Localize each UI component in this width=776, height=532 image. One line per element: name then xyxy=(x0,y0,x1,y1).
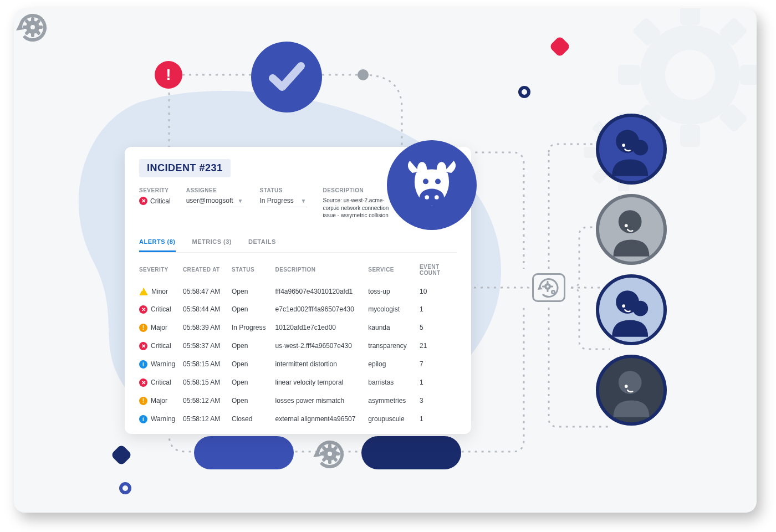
table-row[interactable]: iWarning05:58:12 AMClosedexternal alignm… xyxy=(139,410,457,428)
table-row[interactable]: iWarning05:58:15 AMOpenintermittent dist… xyxy=(139,355,457,374)
cell-created: 05:58:15 AM xyxy=(183,355,232,374)
accent-ring-navy xyxy=(518,86,530,98)
svg-rect-48 xyxy=(542,286,545,288)
svg-point-40 xyxy=(622,304,625,308)
gear-reload-icon xyxy=(14,8,52,46)
gear-reload-bottom-icon xyxy=(311,435,349,473)
svg-point-32 xyxy=(30,25,35,29)
cell-description: fff4a96507e43010120afd1 xyxy=(275,283,369,300)
critical-icon: ✕ xyxy=(139,197,147,205)
table-row[interactable]: !Major05:58:39 AMIn Progress10120afd1e7c… xyxy=(139,319,457,337)
cell-created: 05:58:47 AM xyxy=(183,283,232,300)
node-dot xyxy=(358,69,369,80)
cell-service: epilog xyxy=(368,355,420,374)
accent-ring-blue xyxy=(119,482,131,494)
check-icon xyxy=(251,42,322,112)
svg-point-35 xyxy=(622,144,625,147)
svg-point-68 xyxy=(423,178,428,184)
svg-point-36 xyxy=(619,210,642,233)
cell-created: 05:58:15 AM xyxy=(183,374,232,392)
col-description[interactable]: DESCRIPTION xyxy=(275,257,369,283)
cell-created: 05:58:44 AM xyxy=(183,300,232,319)
svg-point-51 xyxy=(553,291,554,293)
svg-rect-1 xyxy=(680,8,700,25)
assignee-label: ASSIGNEE xyxy=(186,187,244,193)
svg-point-67 xyxy=(435,195,439,200)
cell-status: Closed xyxy=(232,410,275,428)
description-text: Source: us-west-2.acme-corp.io network c… xyxy=(323,197,395,219)
cell-service: asymmetries xyxy=(368,392,420,410)
avatar-3 xyxy=(596,274,667,345)
tab-alerts[interactable]: ALERTS (8) xyxy=(139,234,176,252)
cell-count: 7 xyxy=(420,355,457,374)
svg-point-39 xyxy=(632,301,648,316)
cell-severity: Minor xyxy=(139,283,183,300)
chevron-down-icon: ▼ xyxy=(238,198,243,204)
cell-severity: ✕Critical xyxy=(139,374,183,392)
cell-description: intermittent distortion xyxy=(275,355,369,374)
tab-bar: ALERTS (8) METRICS (3) DETAILS xyxy=(139,234,457,253)
cell-created: 05:58:12 AM xyxy=(183,392,232,410)
cell-status: In Progress xyxy=(232,319,275,337)
bottom-pill-1 xyxy=(194,436,294,469)
avatar-4 xyxy=(596,355,667,426)
cell-severity: ✕Critical xyxy=(139,337,183,355)
col-count[interactable]: EVENT COUNT xyxy=(420,257,457,283)
svg-rect-46 xyxy=(547,281,549,284)
chevron-down-icon: ▼ xyxy=(301,198,307,204)
table-row[interactable]: ✕Critical05:58:44 AMOpene7c1ed002fff4a96… xyxy=(139,300,457,319)
svg-point-34 xyxy=(632,140,648,156)
status-select[interactable]: In Progress▼ xyxy=(259,197,307,207)
incident-title: INCIDENT #231 xyxy=(139,159,231,177)
cell-status: Open xyxy=(232,355,275,374)
cell-severity: !Major xyxy=(139,392,183,410)
warning-icon: i xyxy=(139,415,147,423)
svg-rect-24 xyxy=(31,17,34,22)
avatar-1 xyxy=(596,114,667,185)
svg-point-69 xyxy=(435,178,441,184)
cow-icon xyxy=(387,140,477,230)
gearbox-icon xyxy=(532,273,565,302)
svg-rect-47 xyxy=(547,289,549,292)
cell-count: 5 xyxy=(420,319,457,337)
col-severity[interactable]: SEVERITY xyxy=(139,257,183,283)
svg-rect-3 xyxy=(618,65,640,85)
col-service[interactable]: SERVICE xyxy=(368,257,420,283)
svg-rect-13 xyxy=(584,147,596,158)
table-row[interactable]: ✕Critical05:58:15 AMOpenlinear velocity … xyxy=(139,374,457,392)
cell-description: e7c1ed002fff4a96507e430 xyxy=(275,300,369,319)
svg-rect-25 xyxy=(31,33,34,37)
table-row[interactable]: Minor05:58:47 AMOpenfff4a96507e43010120a… xyxy=(139,283,457,300)
severity-field: SEVERITY ✕Critical xyxy=(139,187,171,219)
status-label: STATUS xyxy=(259,187,307,193)
svg-rect-49 xyxy=(550,286,553,288)
tab-details[interactable]: DETAILS xyxy=(248,234,276,252)
svg-marker-22 xyxy=(16,24,24,30)
table-row[interactable]: !Major05:58:12 AMOpenlosses power mismat… xyxy=(139,392,457,410)
alerts-table: SEVERITY CREATED AT STATUS DESCRIPTION S… xyxy=(139,257,457,428)
svg-point-45 xyxy=(547,285,549,288)
cell-description: losses power mismatch xyxy=(275,392,369,410)
col-created[interactable]: CREATED AT xyxy=(183,257,232,283)
svg-rect-55 xyxy=(328,459,331,464)
critical-icon: ✕ xyxy=(139,378,147,387)
cell-count: 10 xyxy=(420,283,457,300)
svg-point-41 xyxy=(619,371,642,394)
severity-label: SEVERITY xyxy=(139,187,171,193)
cell-service: groupuscule xyxy=(368,410,420,428)
accent-diamond-red xyxy=(549,35,571,58)
description-label: DESCRIPTION xyxy=(323,187,395,193)
cell-created: 05:58:12 AM xyxy=(183,410,232,428)
svg-point-9 xyxy=(665,50,715,100)
cell-description: us-west-2.fff4a96507e430 xyxy=(275,337,369,355)
tab-metrics[interactable]: METRICS (3) xyxy=(192,234,232,252)
svg-rect-57 xyxy=(335,452,340,456)
svg-point-66 xyxy=(425,195,429,200)
cell-count: 1 xyxy=(420,374,457,392)
table-row[interactable]: ✕Critical05:58:37 AMOpenus-west-2.fff4a9… xyxy=(139,337,457,355)
svg-rect-4 xyxy=(740,65,757,85)
cell-count: 21 xyxy=(420,337,457,355)
col-status[interactable]: STATUS xyxy=(232,257,275,283)
assignee-select[interactable]: user@moogsoft▼ xyxy=(186,197,244,207)
avatar-2 xyxy=(596,194,667,265)
